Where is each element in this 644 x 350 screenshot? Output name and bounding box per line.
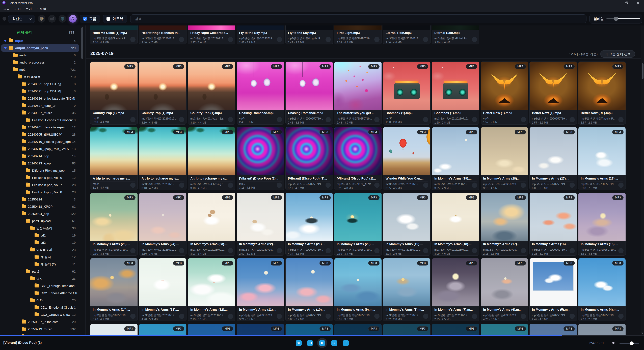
select-circle[interactable] (472, 248, 477, 253)
select-circle[interactable] (326, 183, 331, 188)
select-circle[interactable] (277, 117, 282, 122)
file-card[interactable]: MP3In Mommy's Arms (6).m...mp3/올린 음악들/20… (481, 258, 528, 321)
search-input[interactable]: 검색 (130, 14, 586, 23)
folder-item[interactable]: 20240627_music35 (1, 109, 79, 116)
file-card[interactable]: MP3Country Pop (1).mp3mp3/3:10 · 4.4 MB (90, 61, 138, 125)
artview-toggle[interactable]: 아트뷰 (103, 14, 127, 23)
file-card[interactable]: MP3Wander While You Can....mp3/올린 음악들/20… (383, 127, 430, 190)
artview-checkbox[interactable] (106, 17, 110, 21)
sidebar-header[interactable]: 전체 폴더 733 (1, 28, 79, 36)
folder-item[interactable]: Feelkori k-pop, Vol. 728 (1, 181, 79, 189)
file-card[interactable]: MP3In Mommy's Arms (26)....mp3/올린 음악들/20… (578, 127, 626, 190)
video-filter-button[interactable] (48, 15, 56, 23)
select-circle[interactable] (179, 248, 184, 253)
select-circle[interactable] (374, 117, 380, 122)
select-circle[interactable] (423, 183, 428, 188)
select-circle[interactable] (423, 314, 428, 319)
folder-item[interactable]: 20240626_enjoy jazz cafe (BGM) (1, 95, 79, 102)
file-card[interactable]: MP3Hold Me Close (1).mp3mp3/올린 음악들/Radia… (90, 25, 138, 44)
folder-item[interactable]: 20250527_in the cafe20 (1, 318, 79, 326)
folder-item[interactable]: 20250719_music132 (1, 326, 79, 333)
file-card[interactable]: MP3The butterflies you get ...mp3/올린 음악들… (334, 61, 382, 125)
folder-item[interactable]: Different Rhythms_pop15 (1, 167, 79, 174)
file-card[interactable]: MP3In Mommy's Arms (20)....mp3/올린 음악들/20… (334, 193, 382, 256)
file-card[interactable]: MP3 (237, 324, 284, 335)
select-circle[interactable] (374, 37, 380, 42)
select-circle[interactable] (374, 314, 380, 319)
file-card[interactable]: MP3In Mommy's Arms (4).m...mp3/올린 음악들/20… (578, 258, 626, 321)
select-circle[interactable] (228, 314, 233, 319)
previous-button[interactable] (307, 340, 313, 346)
music-filter-button[interactable] (69, 15, 77, 23)
file-card[interactable]: MP3In Mommy's Arms (13)....mp3/올린 음악들/20… (139, 258, 186, 321)
file-card[interactable]: MP3Friday Night Celebratio...mp3/올린 음악들/… (188, 25, 235, 44)
file-card[interactable]: MP3In Mommy's Arms (23)....mp3/올린 음악들/20… (188, 193, 235, 256)
select-circle[interactable] (472, 314, 477, 319)
3d-filter-button[interactable] (58, 15, 66, 23)
file-card[interactable]: MP3Better Now (RE).mp3mp3/올린 음악들/Angelic… (578, 61, 626, 125)
file-card[interactable]: MP3In Mommy's Arms (25)....mp3/올린 음악들/20… (90, 193, 138, 256)
select-circle[interactable] (570, 314, 575, 319)
file-card[interactable]: MP3In Mommy's Arms (24)....mp3/올린 음악들/20… (139, 193, 186, 256)
select-circle[interactable] (472, 37, 477, 42)
file-card[interactable]: MP3In Mommy's Arms (28)....mp3/올린 음악들/20… (481, 127, 528, 190)
volume-slider[interactable] (620, 343, 639, 344)
select-circle[interactable] (277, 37, 282, 42)
folder-item[interactable]: CD2_Groove & Glow12 (1, 311, 79, 318)
file-card[interactable]: MP3Better Now (1).mp3mp3/올린 음악들/20250719… (530, 61, 577, 125)
select-circle[interactable] (179, 183, 184, 188)
expand-arrow-icon[interactable] (4, 47, 7, 49)
file-card[interactable]: MP3 (578, 324, 626, 335)
group-checkbox-checked[interactable] (83, 17, 87, 21)
file-card[interactable]: MP3 (286, 324, 333, 335)
select-circle[interactable] (521, 314, 526, 319)
folder-item[interactable]: CD1_Emotional Circuits1 (1, 304, 79, 311)
scrollbar-down-arrow[interactable] (641, 333, 643, 334)
folder-item[interactable]: output_comfyui_pack729 (1, 44, 79, 52)
select-circle[interactable] (618, 117, 624, 122)
select-circle[interactable] (570, 117, 575, 122)
file-card[interactable]: MP3A trip to recharge my s...mp3/올린 음악들/… (139, 127, 186, 190)
file-card[interactable]: MP3 (530, 324, 577, 335)
folder-item[interactable]: 20240714_pop14 (1, 153, 79, 160)
expand-arrow-icon[interactable] (4, 40, 7, 42)
folder-item[interactable]: 202502243 (1, 196, 79, 203)
select-circle[interactable] (374, 248, 380, 253)
file-card[interactable]: MP3Country Pop (1).mp3mp3/올린 음악들/2025071… (139, 61, 186, 125)
file-card[interactable]: MP3In Mommy's Arms (21)....mp3/올린 음악들/20… (286, 193, 333, 256)
folder-item[interactable]: 여성목소리23 (1, 246, 79, 254)
folder-item[interactable]: Feelkori k-pop, Vol. 612 (1, 174, 79, 181)
folder-item[interactable]: 20240710_kpop_R&B_ Vol 513 (1, 145, 79, 153)
file-card[interactable]: MP3Heartstrings Beneath th...mp3/올린 음악들/… (139, 25, 186, 44)
menu-item-3[interactable]: 도움말 (34, 7, 48, 11)
folder-item[interactable]: CD1_Through Time and I (1, 282, 79, 290)
file-card[interactable]: MP3In Mommy's Arms (18)....mp3/올린 음악들/20… (432, 193, 479, 256)
select-circle[interactable] (618, 314, 624, 319)
menu-item-0[interactable]: 파일 (1, 7, 12, 11)
file-card[interactable]: MP3In Mommy's Arms (22)....mp3/올린 음악들/20… (237, 193, 284, 256)
select-circle[interactable] (472, 117, 477, 122)
folder-item[interactable]: 새 폴더12 (1, 254, 79, 261)
sort-dropdown[interactable]: 최신순 (8, 14, 35, 23)
file-card[interactable]: MP3Boombox (1).mp3mp3/1:60 · 2.8 MB (383, 61, 430, 125)
file-card[interactable]: MP3In Mommy's Arms (5).m...mp3/올린 음악들/20… (530, 258, 577, 321)
file-card[interactable]: MP3In Mommy's Arms (29)....mp3/올린 음악들/20… (432, 127, 479, 190)
menu-item-1[interactable]: 편집 (12, 7, 23, 11)
file-card[interactable]: MP3In Mommy's Arms (15)....mp3/올린 음악들/20… (578, 193, 626, 256)
select-circle[interactable] (326, 248, 331, 253)
folder-item[interactable]: 20250504_pop122 (1, 210, 79, 217)
folder-item[interactable]: 새 폴더 (1, 333, 79, 335)
slider-knob[interactable] (614, 16, 618, 21)
folder-item[interactable]: audio_preprocess2 (1, 59, 79, 66)
file-card[interactable]: MP3In Mommy's Arms (19)....mp3/올린 음악들/20… (383, 193, 430, 256)
select-circle[interactable] (326, 117, 331, 122)
folder-item[interactable]: 남자36 (1, 275, 79, 282)
select-circle[interactable] (179, 117, 184, 122)
folder-item[interactable]: part261 (1, 268, 79, 275)
repeat-button[interactable] (343, 340, 349, 346)
folder-item[interactable]: audio6 (1, 52, 79, 59)
file-card[interactable]: MP3 (383, 324, 430, 335)
minimize-button[interactable] (609, 0, 620, 6)
group-toggle[interactable]: 그룹 (80, 14, 100, 23)
folder-item[interactable]: 20240627_kpop_남9 (1, 102, 79, 109)
